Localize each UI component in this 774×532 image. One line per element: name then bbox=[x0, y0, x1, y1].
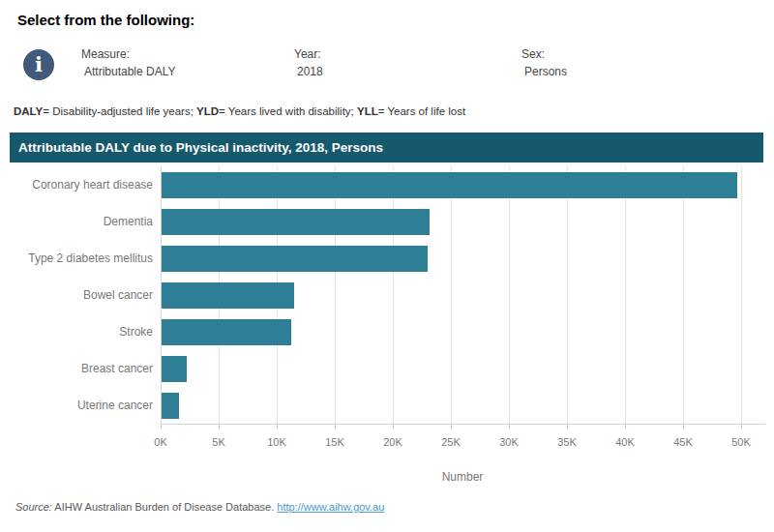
measure-filter-value: Attributable DALY bbox=[81, 65, 176, 78]
category-label: Coronary heart disease bbox=[0, 166, 153, 203]
sex-filter-value: Persons bbox=[521, 65, 567, 78]
source-line: Source: AIHW Australian Burden of Diseas… bbox=[15, 501, 384, 513]
note-part: = Years of life lost bbox=[378, 105, 465, 117]
gridline bbox=[509, 166, 510, 424]
tick-label: 45K bbox=[664, 436, 702, 448]
gridline bbox=[451, 166, 452, 424]
y-axis-category-labels: Coronary heart diseaseDementiaType 2 dia… bbox=[0, 166, 153, 424]
sex-filter-label: Sex: bbox=[521, 47, 567, 61]
tick-label: 20K bbox=[373, 436, 412, 448]
tick-mark bbox=[741, 425, 742, 429]
x-axis-line bbox=[161, 424, 765, 425]
bar-stroke[interactable] bbox=[162, 319, 291, 345]
gridline bbox=[567, 166, 568, 424]
page-title: Select from the following: bbox=[17, 12, 194, 28]
tick-mark bbox=[219, 425, 220, 429]
category-label: Dementia bbox=[0, 203, 153, 240]
bar-breast-cancer[interactable] bbox=[162, 356, 187, 382]
tick-label: 15K bbox=[315, 436, 354, 448]
tick-mark bbox=[451, 425, 452, 429]
chart-title: Attributable DALY due to Physical inacti… bbox=[10, 133, 763, 163]
x-axis-title: Number bbox=[161, 470, 764, 484]
tick-mark bbox=[683, 425, 684, 429]
category-label: Bowel cancer bbox=[0, 277, 153, 313]
tick-mark bbox=[335, 425, 336, 429]
note-part: YLD bbox=[196, 105, 219, 117]
year-filter-label: Year: bbox=[294, 47, 323, 61]
category-label: Uterine cancer bbox=[0, 387, 153, 424]
source-link[interactable]: http://www.aihw.gov.au bbox=[277, 501, 384, 513]
measure-filter-label: Measure: bbox=[81, 47, 176, 61]
tick-mark bbox=[393, 425, 394, 429]
gridline bbox=[683, 166, 684, 424]
dashboard: Select from the following: i Measure: At… bbox=[0, 0, 774, 532]
gridline bbox=[625, 166, 626, 424]
tick-label: 40K bbox=[606, 436, 644, 448]
tick-label: 10K bbox=[257, 436, 296, 448]
bar-type-2-diabetes-mellitus[interactable] bbox=[162, 246, 428, 272]
source-text: AIHW Australian Burden of Disease Databa… bbox=[52, 501, 277, 513]
bar-uterine-cancer[interactable] bbox=[162, 393, 179, 419]
gridline bbox=[741, 166, 742, 424]
note-part: = Disability-adjusted life years; bbox=[43, 105, 196, 117]
tick-label: 5K bbox=[199, 436, 238, 448]
measure-filter-control[interactable]: Measure: Attributable DALY bbox=[81, 47, 176, 78]
bar-dementia[interactable] bbox=[162, 209, 430, 235]
note-part: DALY bbox=[14, 105, 43, 117]
tick-label: 30K bbox=[490, 436, 528, 448]
bar-chart-plot-area bbox=[161, 166, 764, 424]
tick-mark bbox=[277, 425, 278, 429]
bar-coronary-heart-disease[interactable] bbox=[162, 172, 737, 198]
year-filter-control[interactable]: Year: 2018 bbox=[294, 47, 323, 78]
year-filter-value: 2018 bbox=[294, 65, 323, 78]
category-label: Breast cancer bbox=[0, 350, 153, 387]
note-part: YLL bbox=[357, 105, 378, 117]
tick-label: 35K bbox=[548, 436, 586, 448]
abbreviation-note: DALY= Disability-adjusted life years; YL… bbox=[14, 105, 465, 117]
note-part: = Years lived with disability; bbox=[219, 105, 357, 117]
gridline bbox=[335, 166, 336, 424]
tick-label: 0K bbox=[141, 436, 180, 448]
category-label: Type 2 diabetes mellitus bbox=[0, 240, 153, 277]
bar-bowel-cancer[interactable] bbox=[162, 282, 294, 309]
gridline bbox=[393, 166, 394, 424]
category-label: Stroke bbox=[0, 313, 153, 350]
tick-label: 25K bbox=[432, 436, 470, 448]
source-prefix: Source: bbox=[15, 501, 52, 513]
tick-label: 50K bbox=[722, 436, 760, 448]
tick-mark bbox=[161, 425, 162, 429]
tick-mark bbox=[625, 425, 626, 429]
tick-mark bbox=[509, 425, 510, 429]
tick-mark bbox=[567, 425, 568, 429]
sex-filter-control[interactable]: Sex: Persons bbox=[521, 47, 567, 78]
info-icon[interactable]: i bbox=[23, 49, 54, 80]
